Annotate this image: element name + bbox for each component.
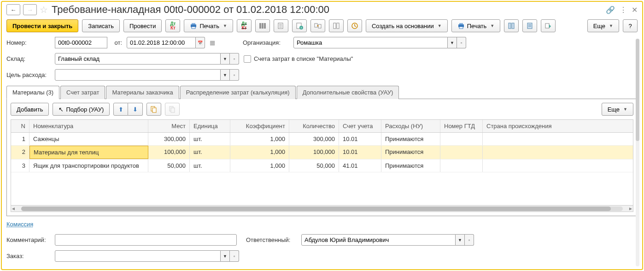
- svg-rect-26: [527, 23, 532, 29]
- calendar-icon[interactable]: 📅: [196, 37, 205, 48]
- svg-rect-22: [459, 23, 463, 24]
- tab-cost-account[interactable]: Счет затрат: [60, 86, 105, 99]
- comment-label: Комментарий:: [6, 236, 50, 243]
- number-input[interactable]: [55, 37, 107, 48]
- svg-rect-25: [512, 23, 514, 29]
- dtkt-button[interactable]: ДтКт: [165, 19, 180, 32]
- resp-dropdown-icon[interactable]: ▼: [456, 234, 465, 246]
- svg-rect-1: [192, 23, 195, 24]
- col-unit[interactable]: Единица: [190, 120, 230, 132]
- commission-link[interactable]: Комиссия: [6, 221, 33, 228]
- col-coefficient[interactable]: Коэффициент: [230, 120, 289, 132]
- printer-icon: [190, 22, 197, 29]
- order-input[interactable]: [55, 250, 221, 262]
- wh-label: Склад:: [6, 55, 50, 62]
- move-down-button[interactable]: ⬇: [128, 103, 143, 116]
- org-input[interactable]: [293, 37, 448, 48]
- h-scrollbar[interactable]: ◄►: [11, 205, 633, 212]
- col-origin[interactable]: Страна происхождения: [483, 120, 561, 132]
- attachments-button[interactable]: [329, 19, 344, 32]
- tab-cost-allocation[interactable]: Распределение затрат (калькуляция): [180, 86, 296, 99]
- kebab-icon[interactable]: ⋮: [620, 6, 627, 14]
- org-dropdown-icon[interactable]: ▼: [448, 37, 457, 48]
- page-title: Требование-накладная 00t0-000002 от 01.0…: [52, 4, 603, 16]
- link-icon[interactable]: 🔗: [606, 6, 615, 14]
- svg-rect-18: [334, 23, 336, 29]
- close-icon[interactable]: ✕: [632, 6, 638, 14]
- barcode-button[interactable]: [255, 19, 270, 32]
- tab-extra-properties[interactable]: Дополнительные свойства (УАУ): [297, 86, 399, 99]
- print-button-2[interactable]: Печать▼: [451, 19, 501, 32]
- move-up-button[interactable]: ⬆: [113, 103, 128, 116]
- col-quantity[interactable]: Количество: [289, 120, 339, 132]
- wh-input[interactable]: [55, 53, 221, 65]
- svg-rect-31: [152, 108, 156, 112]
- from-label: от:: [112, 39, 122, 46]
- table-row[interactable]: 3Ящик для транспортировки продуктов50,00…: [11, 159, 633, 172]
- svg-rect-17: [318, 24, 321, 28]
- paste-rows-button[interactable]: [165, 103, 180, 116]
- col-account[interactable]: Счет учета: [339, 120, 381, 132]
- tb-extra-3-button[interactable]: [541, 19, 556, 32]
- post-button[interactable]: Провести: [123, 19, 162, 32]
- order-dropdown-icon[interactable]: ▼: [221, 250, 230, 262]
- table-row[interactable]: 1Саженцы300,000шт.1,000300,00010.01Прини…: [11, 133, 633, 146]
- col-gtd[interactable]: Номер ГТД: [440, 120, 483, 132]
- tab-bar: Материалы (3) Счет затрат Материалы зака…: [6, 85, 638, 99]
- create-based-button[interactable]: Создать на основании▼: [366, 19, 448, 32]
- printer-icon: [457, 22, 465, 29]
- add-row-button[interactable]: Добавить: [11, 103, 49, 116]
- svg-rect-19: [337, 23, 339, 29]
- org-label: Организация:: [243, 39, 289, 46]
- resp-input[interactable]: [301, 234, 456, 246]
- wh-open-icon[interactable]: ▫: [230, 53, 239, 65]
- purpose-input[interactable]: [55, 69, 221, 81]
- resp-open-icon[interactable]: ▫: [465, 234, 474, 246]
- svg-rect-29: [545, 24, 549, 28]
- history-button[interactable]: [347, 19, 362, 32]
- more-button[interactable]: Еще▼: [587, 19, 619, 32]
- svg-text:+: +: [300, 26, 302, 29]
- nav-fwd-button[interactable]: →: [23, 4, 37, 15]
- purpose-label: Цель расхода:: [6, 71, 50, 78]
- doc-list-button[interactable]: [274, 19, 288, 32]
- costs-in-list-checkbox[interactable]: Счета затрат в списке "Материалы": [244, 55, 353, 63]
- order-open-icon[interactable]: ▫: [230, 250, 239, 262]
- dtkt-strike-button[interactable]: ДтКт: [237, 19, 252, 32]
- col-places[interactable]: Мест: [148, 120, 190, 132]
- tb-extra-1-button[interactable]: [504, 19, 519, 32]
- tab-more-button[interactable]: Еще▼: [602, 103, 633, 116]
- pick-button[interactable]: ↖Подбор (УАУ): [53, 103, 110, 116]
- copy-rows-button[interactable]: [146, 103, 161, 116]
- org-open-icon[interactable]: ▫: [457, 37, 466, 48]
- svg-rect-23: [459, 27, 463, 29]
- col-n[interactable]: N: [11, 120, 29, 132]
- order-label: Заказ:: [6, 253, 50, 259]
- link-docs-button[interactable]: [310, 19, 325, 32]
- svg-rect-24: [509, 23, 511, 29]
- date-input[interactable]: [127, 37, 196, 48]
- tab-materials[interactable]: Материалы (3): [6, 86, 59, 99]
- comment-input[interactable]: [55, 234, 237, 246]
- resp-label: Ответственный:: [246, 236, 297, 243]
- doc-add-button[interactable]: +: [292, 19, 307, 32]
- help-button[interactable]: ?: [623, 19, 638, 32]
- svg-rect-33: [171, 108, 175, 112]
- tb-extra-2-button[interactable]: [522, 19, 537, 32]
- v-scrollbar[interactable]: [636, 39, 639, 266]
- materials-table: N Номенклатура Мест Единица Коэффициент …: [11, 119, 633, 212]
- favorite-icon[interactable]: ☆: [40, 4, 48, 15]
- svg-rect-16: [315, 24, 317, 27]
- col-expenses[interactable]: Расходы (НУ): [381, 120, 440, 132]
- purpose-dropdown-icon[interactable]: ▼: [221, 69, 230, 81]
- tab-customer-materials[interactable]: Материалы заказчика: [106, 86, 179, 99]
- print-button-1[interactable]: Печать▼: [184, 19, 233, 32]
- save-button[interactable]: Записать: [82, 19, 120, 32]
- purpose-open-icon[interactable]: ▫: [230, 69, 239, 81]
- nav-back-button[interactable]: ←: [6, 4, 20, 15]
- number-label: Номер:: [6, 39, 50, 46]
- post-and-close-button[interactable]: Провести и закрыть: [6, 19, 78, 32]
- col-nomenclature[interactable]: Номенклатура: [29, 120, 148, 132]
- table-row[interactable]: 2Материалы для теплиц100,000шт.1,000100,…: [11, 146, 633, 159]
- wh-dropdown-icon[interactable]: ▼: [221, 53, 230, 65]
